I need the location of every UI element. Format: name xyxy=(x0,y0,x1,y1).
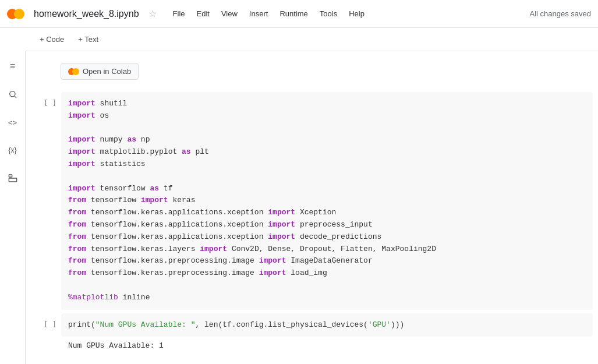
cell-1-number: [ ] xyxy=(31,92,61,114)
menu-tools[interactable]: Tools xyxy=(315,7,342,20)
colab-open-section: Open in Colab xyxy=(26,58,598,89)
svg-line-1 xyxy=(15,96,16,98)
main-layout: ≡ <> {x} Open in Colab [ xyxy=(0,51,598,364)
menu-edit[interactable]: Edit xyxy=(192,7,214,20)
svg-rect-3 xyxy=(9,178,16,182)
search-icon[interactable] xyxy=(5,86,21,103)
svg-rect-2 xyxy=(9,175,12,177)
notebook-content: Open in Colab [ ] import shutil import o… xyxy=(26,51,598,364)
sidebar: ≡ <> {x} xyxy=(0,51,26,364)
add-text-label: + Text xyxy=(78,35,98,44)
cell-2-code[interactable]: print("Num GPUs Available: ", len(tf.con… xyxy=(61,313,593,337)
add-text-button[interactable]: + Text xyxy=(73,33,103,46)
cell-1-inner: [ ] import shutil import os import numpy… xyxy=(31,92,593,310)
cell-2-output: Num GPUs Available: 1 xyxy=(61,337,593,355)
cell-2-number: [ ] xyxy=(31,313,61,335)
add-code-label: + Code xyxy=(40,35,64,44)
menu-insert[interactable]: Insert xyxy=(245,7,273,20)
add-code-button[interactable]: + Code xyxy=(35,33,69,46)
hamburger-icon[interactable]: ≡ xyxy=(5,58,21,75)
file-name: homework_week_8.ipynb xyxy=(34,9,139,19)
cell-2[interactable]: [ ] print("Num GPUs Available: ", len(tf… xyxy=(30,313,593,356)
menu-view[interactable]: View xyxy=(217,7,242,20)
cell-1-code[interactable]: import shutil import os import numpy as … xyxy=(61,92,593,310)
svg-point-0 xyxy=(9,91,15,97)
menu-runtime[interactable]: Runtime xyxy=(275,7,312,20)
star-icon[interactable]: ☆ xyxy=(148,8,157,19)
colab-button-label: Open in Colab xyxy=(83,67,131,76)
menu-bar: File Edit View Insert Runtime Tools Help xyxy=(168,7,369,20)
colab-button-logo xyxy=(68,68,79,75)
open-in-colab-button[interactable]: Open in Colab xyxy=(61,63,139,80)
menu-file[interactable]: File xyxy=(168,7,190,20)
files-icon[interactable] xyxy=(5,170,21,186)
topbar: homework_week_8.ipynb ☆ File Edit View I… xyxy=(0,0,598,28)
variables-icon[interactable]: {x} xyxy=(5,142,21,158)
colab-logo xyxy=(7,9,24,19)
menu-help[interactable]: Help xyxy=(344,7,369,20)
logo-yellow xyxy=(14,9,24,19)
code-icon[interactable]: <> xyxy=(5,114,21,130)
toolbar: + Code + Text xyxy=(26,28,598,51)
save-status: All changes saved xyxy=(529,9,591,18)
cell-1[interactable]: [ ] import shutil import os import numpy… xyxy=(30,91,593,310)
cell-2-inner: [ ] print("Num GPUs Available: ", len(tf… xyxy=(31,313,593,337)
